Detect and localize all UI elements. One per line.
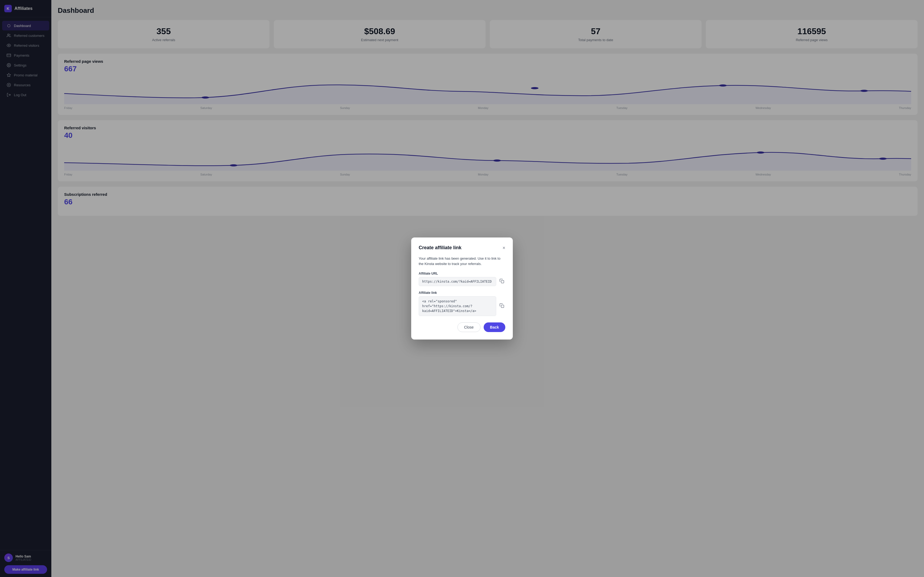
svg-rect-17 (501, 280, 504, 283)
back-button[interactable]: Back (484, 322, 505, 332)
copy-link-button[interactable] (498, 302, 505, 310)
affiliate-url-group: Affiliate URL (419, 272, 505, 286)
copy-url-button[interactable] (498, 277, 505, 285)
modal-description: Your affiliate link has been generated. … (419, 256, 505, 266)
modal-actions: Close Back (419, 322, 505, 332)
modal-title: Create affiliate link (419, 245, 462, 251)
affiliate-url-row (419, 277, 505, 286)
affiliate-url-input[interactable] (419, 277, 496, 286)
create-affiliate-link-modal: Create affiliate link × Your affiliate l… (411, 237, 513, 340)
affiliate-link-label: Affiliate link (419, 291, 505, 295)
svg-rect-18 (501, 305, 504, 308)
close-button[interactable]: Close (457, 322, 480, 332)
affiliate-link-textarea[interactable]: <a rel="sponsored" href="https://kinsta.… (419, 296, 496, 316)
modal-header: Create affiliate link × (419, 245, 505, 251)
modal-close-button[interactable]: × (502, 245, 505, 250)
affiliate-link-row: <a rel="sponsored" href="https://kinsta.… (419, 296, 505, 316)
modal-overlay[interactable]: Create affiliate link × Your affiliate l… (0, 0, 924, 577)
affiliate-link-group: Affiliate link <a rel="sponsored" href="… (419, 291, 505, 316)
affiliate-url-label: Affiliate URL (419, 272, 505, 276)
